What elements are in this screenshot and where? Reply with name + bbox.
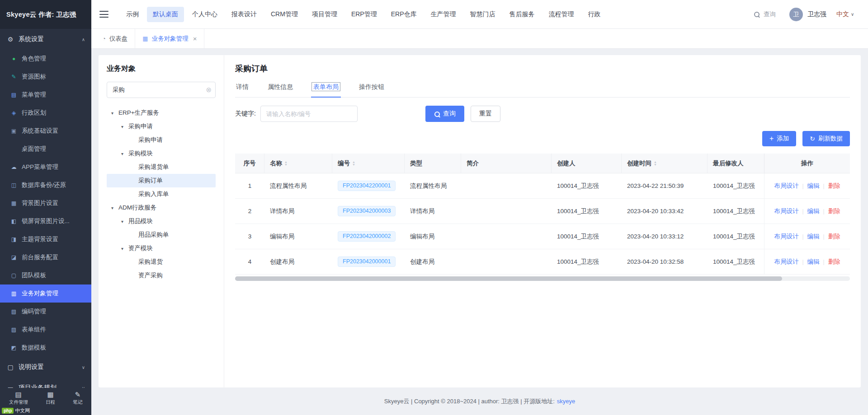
sidebar-footer-item[interactable]: ▦日程 <box>46 391 55 406</box>
topnav-item[interactable]: 售后服务 <box>503 7 540 22</box>
tree-node[interactable]: 采购申请 <box>107 133 216 147</box>
topnav-item[interactable]: ERP管理 <box>345 7 383 22</box>
topnav-item[interactable]: 示例 <box>120 7 145 22</box>
sidebar-item[interactable]: ✎资源图标 <box>0 68 91 86</box>
sidebar-item[interactable]: ◧锁屏背景图片设... <box>0 212 91 230</box>
sort-icon[interactable]: ▲▼ <box>654 161 657 166</box>
detail-tab[interactable]: 详情 <box>235 83 250 97</box>
detail-tab[interactable]: 操作按钮 <box>358 83 385 97</box>
sidebar-footer-item[interactable]: ✎笔记 <box>73 391 82 406</box>
sidebar-footer-item[interactable]: ▤文件管理 <box>9 391 28 406</box>
add-button[interactable]: + 添加 <box>762 131 796 146</box>
topnav-item[interactable]: CRM管理 <box>265 7 304 22</box>
close-icon[interactable]: × <box>193 35 197 42</box>
tree-node[interactable]: 采购退货单 <box>107 160 216 174</box>
tree-node[interactable]: ▾用品模块 <box>107 214 216 228</box>
avatar[interactable]: 卫 <box>789 8 803 21</box>
layout-design-link[interactable]: 布局设计 <box>774 233 798 241</box>
delete-link[interactable]: 删除 <box>828 182 840 190</box>
sidebar-item[interactable]: ▦背景图片设置 <box>0 194 91 212</box>
tree-node[interactable]: 采购订单 <box>107 174 216 187</box>
reset-button[interactable]: 重置 <box>471 106 500 122</box>
sidebar-item[interactable]: 桌面管理 <box>0 140 91 158</box>
page-title: 采购订单 <box>235 63 850 74</box>
refresh-button[interactable]: ↻ 刷新数据 <box>802 131 850 146</box>
layout-design-link[interactable]: 布局设计 <box>774 258 798 266</box>
tree-node[interactable]: 采购退货 <box>107 255 216 269</box>
footer-link[interactable]: skyeye <box>557 398 575 405</box>
sidebar-item[interactable]: ▣系统基础设置 <box>0 122 91 140</box>
tree-node[interactable]: 用品采购单 <box>107 228 216 242</box>
table-cell: 4 <box>235 249 264 274</box>
layout-design-link[interactable]: 布局设计 <box>774 207 798 215</box>
sidebar-item[interactable]: ●角色管理 <box>0 50 91 68</box>
topnav-item[interactable]: 报表设计 <box>226 7 263 22</box>
sidebar-item[interactable]: ▧编码管理 <box>0 303 91 321</box>
main-area: ◔仪表盘▦业务对象管理× 业务对象 ⊗ ▾ERP+生产服务▾采购申请采购申请▾采… <box>91 29 868 415</box>
file-manage-icon: ▤ <box>15 391 22 398</box>
tree-node[interactable]: ▾采购模块 <box>107 147 216 160</box>
edit-link[interactable]: 编辑 <box>807 258 820 266</box>
tree-node[interactable]: 采购入库单 <box>107 187 216 201</box>
topnav-item[interactable]: 默认桌面 <box>147 7 184 22</box>
sidebar-item[interactable]: ◈行政区划 <box>0 104 91 122</box>
tree-search-input[interactable] <box>107 82 216 98</box>
sidebar-item[interactable]: ▤菜单管理 <box>0 86 91 104</box>
tree-node[interactable]: 资产采购 <box>107 269 216 282</box>
delete-link[interactable]: 删除 <box>828 233 840 241</box>
tree-node[interactable]: ▾ERP+生产服务 <box>107 106 216 120</box>
delete-link[interactable]: 删除 <box>828 207 840 215</box>
sort-icon[interactable]: ▲▼ <box>352 161 355 166</box>
tree-node-label: 用品模块 <box>128 217 153 225</box>
sidebar-item[interactable]: ▨表单组件 <box>0 321 91 339</box>
workspace-tab[interactable]: ▦业务对象管理× <box>135 29 204 48</box>
topnav-item[interactable]: 行政 <box>582 7 606 22</box>
detail-tab[interactable]: 表单布局 <box>311 83 341 98</box>
topnav-item[interactable]: 生产管理 <box>425 7 462 22</box>
delete-link[interactable]: 删除 <box>828 258 840 266</box>
sidebar-item[interactable]: ▥业务对象管理 <box>0 284 91 303</box>
sidebar-group[interactable]: ▭项目业务规划∨ <box>0 378 91 388</box>
sidebar-item[interactable]: ◫数据库备份/还原 <box>0 176 91 194</box>
sidebar-item[interactable]: ◪前台服务配置 <box>0 248 91 266</box>
table-cell: 100014_卫志强 <box>708 173 766 198</box>
sort-icon[interactable]: ▲▼ <box>284 161 288 166</box>
table-cell: 详情布局 <box>405 199 461 224</box>
menu-collapse-icon[interactable] <box>99 11 108 18</box>
detail-tab[interactable]: 属性信息 <box>267 83 294 97</box>
workspace-tab[interactable]: ◔仪表盘 <box>95 29 135 48</box>
tree-node[interactable]: ▾ADM行政服务 <box>107 201 216 214</box>
table-cell: FP2023042000002 <box>332 224 405 249</box>
keyword-input[interactable] <box>260 106 358 122</box>
topnav-item[interactable]: 智慧门店 <box>464 7 501 22</box>
search-button[interactable]: 查询 <box>425 106 464 122</box>
gear-icon: ⚙ <box>6 36 14 43</box>
global-search[interactable]: 查询 <box>754 10 776 19</box>
topnav-item[interactable]: ERP仓库 <box>385 7 423 22</box>
sidebar-group[interactable]: ⚙系统设置∧ <box>0 29 91 50</box>
sidebar-item[interactable]: ◩数据模板 <box>0 339 91 357</box>
sidebar-item[interactable]: ☁APP菜单管理 <box>0 158 91 176</box>
sidebar-group[interactable]: ▢说明设置∨ <box>0 357 91 378</box>
topnav-item[interactable]: 流程管理 <box>542 7 580 22</box>
action-separator: | <box>823 208 825 214</box>
layout-design-link[interactable]: 布局设计 <box>774 182 798 190</box>
tree-node-label: 资产采购 <box>138 271 163 280</box>
background-image-icon: ▦ <box>10 200 18 206</box>
language-switcher[interactable]: 中文 ∨ <box>836 10 858 19</box>
topnav-item[interactable]: 个人中心 <box>186 7 223 22</box>
table-cell: 2 <box>235 199 264 224</box>
username[interactable]: 卫志强 <box>807 10 826 19</box>
edit-link[interactable]: 编辑 <box>807 182 820 190</box>
edit-link[interactable]: 编辑 <box>807 233 820 241</box>
sidebar-item[interactable]: ◨主题背景设置 <box>0 230 91 248</box>
code-tag: FP2023042000003 <box>338 206 396 216</box>
tree-node[interactable]: ▾资产模块 <box>107 242 216 255</box>
sidebar-item[interactable]: ▢团队模板 <box>0 266 91 284</box>
topnav-item[interactable]: 项目管理 <box>306 7 343 22</box>
tree-node[interactable]: ▾采购申请 <box>107 120 216 133</box>
clear-icon[interactable]: ⊗ <box>206 86 212 93</box>
detail-tab-label: 表单布局 <box>312 83 340 91</box>
scrollbar-thumb[interactable] <box>235 276 782 281</box>
edit-link[interactable]: 编辑 <box>807 207 820 215</box>
